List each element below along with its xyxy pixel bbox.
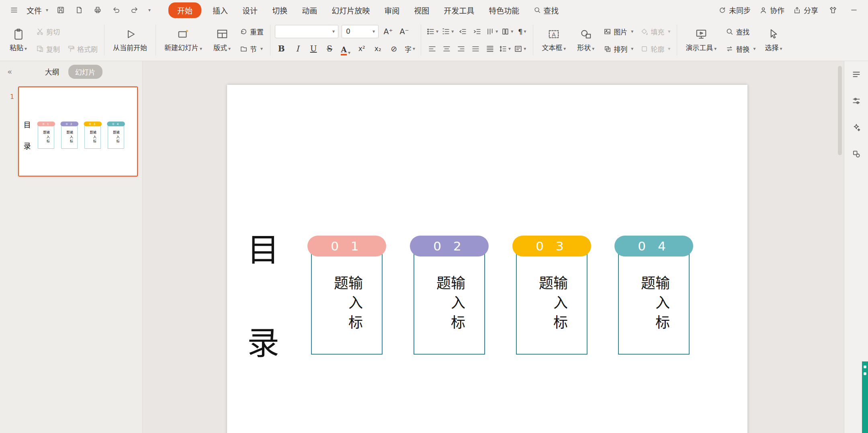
layout-button[interactable]: 版式▾	[209, 22, 235, 58]
arrange-icon	[604, 45, 611, 53]
font-size-combo[interactable]: ▾	[342, 25, 379, 38]
grow-font-button[interactable]: A⁺	[382, 25, 395, 38]
find-button[interactable]: 查找	[724, 25, 751, 38]
tab-slides[interactable]: 幻灯片	[68, 65, 102, 79]
underline-button[interactable]: U	[307, 42, 320, 55]
arrange-button[interactable]: 排列 ▾	[602, 43, 635, 55]
hamburger-icon[interactable]	[8, 4, 20, 16]
picture-button[interactable]: 图片 ▾	[602, 25, 635, 38]
toc-card-4[interactable]: 输入标题 0 4	[614, 236, 693, 355]
italic-button[interactable]: I	[291, 42, 304, 55]
align-center-button[interactable]	[440, 42, 453, 55]
font-name-input[interactable]	[278, 27, 331, 36]
chevron-down-icon: ▾	[508, 46, 511, 51]
line-spacing-button[interactable]: ▾	[498, 42, 512, 55]
divider	[677, 25, 677, 55]
export-icon[interactable]	[73, 4, 85, 16]
save-icon[interactable]	[55, 4, 67, 16]
minimize-icon[interactable]	[848, 4, 860, 16]
copy-button[interactable]: 复制	[34, 43, 62, 55]
properties-icon[interactable]	[850, 68, 863, 81]
tab-developer[interactable]: 开发工具	[440, 2, 477, 18]
tab-home[interactable]: 开始	[168, 2, 201, 18]
tab-view[interactable]: 视图	[411, 2, 432, 18]
subscript-button[interactable]: x₂	[371, 42, 384, 55]
vertical-scrollbar[interactable]	[838, 66, 843, 428]
redo-icon[interactable]	[129, 4, 141, 16]
adjust-settings-icon[interactable]	[850, 94, 863, 108]
play-from-current-button[interactable]: 从当前开始	[109, 22, 151, 58]
columns-button[interactable]: ▾	[500, 25, 514, 38]
bullet-list-button[interactable]: ▾	[426, 25, 439, 38]
text-direction-button[interactable]: ▾	[485, 25, 499, 38]
format-painter-button[interactable]: 格式刷	[65, 43, 100, 55]
font-size-input[interactable]	[345, 27, 371, 36]
outline-button[interactable]: 轮廓 ▾	[639, 43, 672, 55]
tab-special-features[interactable]: 特色功能	[485, 2, 522, 18]
align-left-button[interactable]	[426, 42, 438, 55]
replace-button[interactable]: 替换 ▾	[724, 43, 757, 55]
slide-toc-title[interactable]: 目录	[244, 233, 276, 419]
distribute-text-button[interactable]	[483, 42, 496, 55]
tab-outline[interactable]: 大纲	[45, 66, 59, 77]
present-tools-button[interactable]: 演示工具▾	[682, 22, 721, 58]
paragraph-mark-button[interactable]: ¶ ▾	[516, 25, 528, 38]
decrease-indent-button[interactable]	[456, 25, 469, 38]
bold-button[interactable]: B	[275, 42, 288, 55]
paste-button[interactable]: 粘贴▾	[6, 22, 31, 58]
slide-editor[interactable]: 目录 输入标题 0 1 输入标题 0 2 输入标题 0 3 输入标题	[227, 85, 747, 433]
skin-icon[interactable]	[827, 4, 839, 16]
superscript-button[interactable]: x²	[355, 42, 368, 55]
chevron-down-icon[interactable]: ▾	[332, 29, 335, 34]
numbered-list-button[interactable]: ▾	[441, 25, 454, 38]
scrollbar-thumb[interactable]	[838, 66, 842, 155]
tab-review[interactable]: 审阅	[381, 2, 403, 18]
slide-thumbnail[interactable]: 目录 输入标题 0 1 输入标题 0 2 输入标题 0 3	[18, 86, 138, 176]
file-menu[interactable]: 文件 ▾	[27, 5, 48, 16]
increase-indent-button[interactable]	[471, 25, 483, 38]
textbox-icon: A	[548, 28, 560, 40]
cut-button[interactable]: 剪切	[34, 25, 62, 38]
chevron-down-icon: ▾	[228, 46, 231, 51]
shrink-font-button[interactable]: A⁻	[398, 25, 411, 38]
undo-icon[interactable]	[110, 4, 122, 16]
char-effect-button[interactable]: 字 ▾	[403, 42, 416, 55]
outdent-icon	[459, 27, 467, 36]
collaborate-button[interactable]: 协作	[760, 5, 784, 15]
reset-button[interactable]: 重置	[238, 25, 266, 38]
quick-toolbar-more-icon[interactable]: ▾	[148, 7, 151, 13]
select-button[interactable]: 选择▾	[761, 22, 786, 58]
strikethrough-button[interactable]: S	[323, 42, 336, 55]
tab-insert[interactable]: 插入	[209, 2, 231, 18]
smart-assistant-icon[interactable]	[850, 121, 863, 134]
new-slide-button[interactable]: 新建幻灯片▾	[160, 22, 206, 58]
tab-design[interactable]: 设计	[239, 2, 261, 18]
collapse-panel-icon[interactable]: «	[7, 67, 12, 76]
assistant-strip[interactable]	[862, 361, 868, 433]
font-color-button[interactable]: A ▾	[339, 42, 352, 55]
smart-typeset-button[interactable]: ▾	[513, 42, 527, 55]
share-button[interactable]: 分享	[793, 5, 818, 15]
align-right-button[interactable]	[454, 42, 467, 55]
textbox-button[interactable]: A 文本框▾	[538, 22, 570, 58]
tab-transitions[interactable]: 切换	[269, 2, 291, 18]
sync-status[interactable]: 未同步	[719, 5, 751, 15]
section-button[interactable]: 节 ▾	[238, 43, 265, 55]
justify-button[interactable]	[469, 42, 482, 55]
objects-icon[interactable]	[850, 147, 863, 161]
toc-card-1[interactable]: 输入标题 0 1	[307, 236, 386, 355]
mini-toc-card-3: 输入标题 0 3	[84, 121, 102, 148]
toc-card-3[interactable]: 输入标题 0 3	[512, 236, 591, 355]
search-icon	[534, 6, 541, 14]
toc-card-2[interactable]: 输入标题 0 2	[410, 236, 489, 355]
tab-find[interactable]: 查找	[530, 2, 562, 18]
clear-format-icon[interactable]: ⊘	[387, 42, 400, 55]
chevron-down-icon[interactable]: ▾	[373, 29, 375, 34]
shapes-button[interactable]: 形状▾	[573, 22, 598, 58]
numbered-list-icon	[442, 27, 450, 36]
print-icon[interactable]	[92, 4, 104, 16]
font-name-combo[interactable]: ▾	[275, 25, 338, 38]
tab-animation[interactable]: 动画	[299, 2, 320, 18]
tab-slideshow[interactable]: 幻灯片放映	[328, 2, 373, 18]
fill-button[interactable]: 填充 ▾	[639, 25, 672, 38]
